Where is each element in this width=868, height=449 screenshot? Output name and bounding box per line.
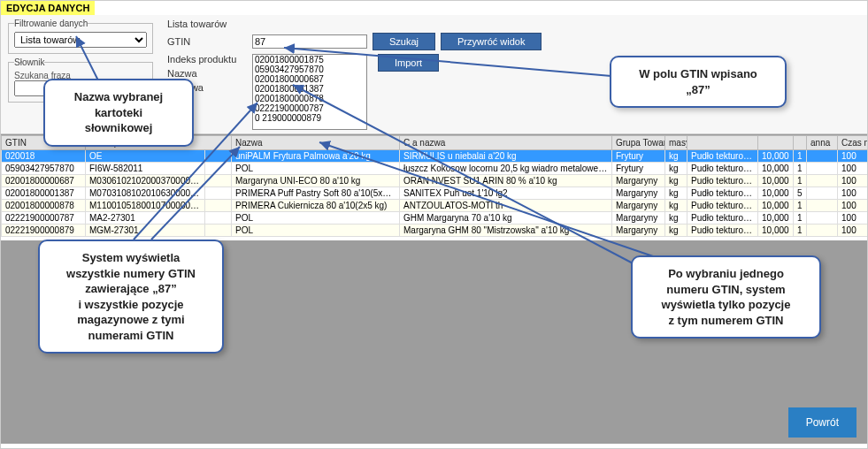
col-time[interactable]: Czas magazynowa	[838, 136, 867, 150]
col-pack[interactable]	[687, 136, 758, 150]
callout-after-select: Po wybraniu jednegonumeru GTIN, systemwy…	[631, 255, 821, 339]
gtin-list-item[interactable]: 05903427957870	[253, 65, 366, 74]
gtin-list-item[interactable]: 02001800000687	[253, 74, 366, 84]
col-custom-name[interactable]: C a nazwa	[400, 136, 612, 150]
import-button[interactable]: Import	[378, 54, 439, 72]
gtin-listbox[interactable]: 0200180000187505903427957870020018000006…	[252, 54, 367, 130]
filtering-fieldset: Filtrowanie danych Lista towarów	[8, 19, 153, 54]
return-button[interactable]: Powrót	[788, 407, 856, 438]
gtin-list-item[interactable]: 02001800001387	[253, 84, 366, 94]
gtin-list-item[interactable]: 0 219000000879	[253, 113, 366, 123]
filtering-legend: Filtrowanie danych	[14, 19, 88, 28]
callout-gtin-entered: W polu GTIN wpisano„87”	[610, 56, 787, 108]
dictionary-legend: Słownik	[14, 57, 44, 67]
col-group[interactable]: Grupa Towarowa	[612, 136, 665, 150]
restore-view-button[interactable]: Przywróć widok	[441, 33, 542, 50]
table-row[interactable]: 020018OEuniPALM Frytura Palmowa a'20 kgS…	[2, 150, 868, 163]
page-title: EDYCJA DANYCH	[1, 1, 95, 15]
index-label: Indeks produktu	[167, 54, 247, 65]
table-row[interactable]: 02001800000878M110010518001070000000000P…	[2, 200, 868, 212]
gtin-list-item[interactable]: 02221900000787	[253, 103, 366, 113]
grid: GTIN Mark. prod Nazwa C a nazwa Grupa To…	[1, 134, 867, 240]
table-row[interactable]: 02001800000687M030610210200037000000000M…	[2, 175, 868, 187]
col-q[interactable]	[794, 136, 807, 150]
gtin-list-item[interactable]: 02001800001875	[253, 55, 366, 65]
name-label: Nazwa	[167, 68, 247, 79]
table-row[interactable]: 02001800001387M070310810201063000000000P…	[2, 187, 868, 200]
table-row[interactable]: 05903427957870FI6W-582011POLłuszcz Kokos…	[2, 163, 868, 175]
gtin-list-item[interactable]: 02001800000878	[253, 94, 366, 103]
col-name[interactable]: Nazwa	[232, 136, 400, 150]
col-w[interactable]	[758, 136, 794, 150]
table-row[interactable]: 02221900000879MGM-27301POLMargaryna GHM …	[2, 224, 868, 237]
gtin-input[interactable]	[252, 34, 367, 49]
callout-dictionary-name: Nazwa wybranejkartotekisłownikowej	[43, 79, 194, 147]
table-row[interactable]: 02221900000787MA2-27301POLGHM Margaryna …	[2, 212, 868, 224]
callout-system-displays: System wyświetlawszystkie numery GTINzaw…	[38, 240, 224, 354]
gtin-label: GTIN	[167, 36, 247, 47]
col-anna[interactable]: anna	[807, 136, 838, 150]
search-button[interactable]: Szukaj	[373, 33, 435, 50]
dictionary-select[interactable]: Lista towarów	[14, 32, 147, 48]
list-label: Lista towarów	[167, 19, 247, 29]
col-unit[interactable]: masy	[665, 136, 687, 150]
